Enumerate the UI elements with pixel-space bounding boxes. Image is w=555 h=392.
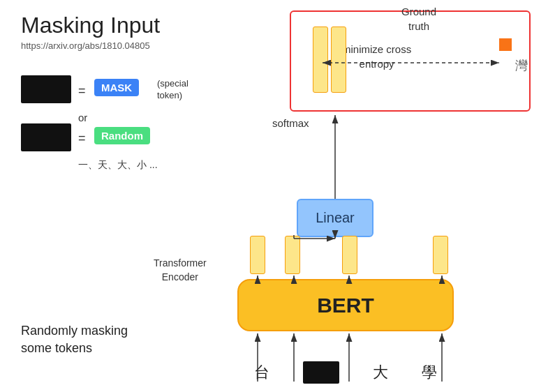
legend-or: or	[78, 112, 87, 123]
bottom-left-text: Randomly masking some tokens	[21, 322, 128, 357]
diagram-container: Masking Input https://arxiv.org/abs/1810…	[0, 0, 555, 392]
ground-truth-line2: truth	[408, 20, 429, 32]
input-chars-row: 台 大 學	[237, 361, 454, 384]
input-char-da: 大	[373, 362, 388, 383]
bottom-text-line2: some tokens	[21, 341, 92, 355]
token-rect-3	[342, 236, 357, 274]
minimize-line1: minimize cross	[342, 43, 411, 55]
minimize-label: minimize cross entropy	[342, 42, 411, 71]
wan-char: 灣	[515, 57, 528, 74]
legend-random-block	[21, 123, 71, 151]
token-rect-gt2	[331, 27, 346, 93]
random-badge: Random	[94, 127, 150, 144]
legend-eq1: =	[78, 84, 86, 98]
token-rect-1	[250, 236, 265, 274]
ground-truth-label: Ground truth	[401, 4, 436, 33]
linear-label: Linear	[316, 210, 355, 226]
input-mask-block	[303, 361, 339, 384]
linear-box: Linear	[297, 199, 373, 237]
legend-chars: 一、天、大、小 ...	[78, 159, 158, 172]
token-rect-gt1	[313, 27, 328, 93]
mask-badge: MASK	[94, 79, 139, 96]
token-rect-2	[285, 236, 300, 274]
ground-truth-line1: Ground	[401, 6, 436, 17]
softmax-label: softmax	[272, 117, 309, 129]
bert-label: BERT	[317, 294, 374, 317]
ground-truth-dot	[499, 38, 512, 51]
bert-box: BERT	[237, 279, 454, 331]
token-rect-4	[433, 236, 448, 274]
page-title: Masking Input	[21, 13, 160, 38]
transformer-encoder-label: Transformer Encoder	[154, 257, 207, 284]
special-token-label: (specialtoken)	[157, 78, 188, 102]
transformer-line2: Encoder	[162, 271, 198, 282]
legend-eq2: =	[78, 131, 86, 146]
input-char-tai: 台	[254, 362, 269, 383]
minimize-line2: entropy	[360, 58, 394, 70]
subtitle-link: https://arxiv.org/abs/1810.04805	[21, 40, 150, 51]
input-char-xue: 學	[422, 362, 437, 383]
legend-mask-block	[21, 75, 71, 103]
bottom-text-line1: Randomly masking	[21, 324, 128, 338]
transformer-line1: Transformer	[154, 257, 207, 269]
